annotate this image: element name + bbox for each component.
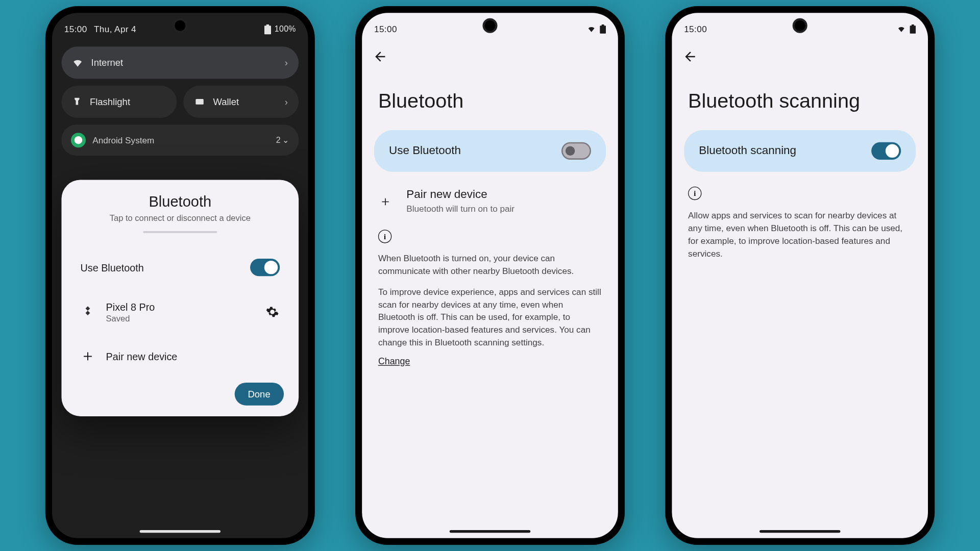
change-link[interactable]: Change	[362, 354, 618, 369]
back-button[interactable]	[683, 49, 699, 65]
bluetooth-bottom-sheet: Bluetooth Tap to connect or disconnect a…	[61, 180, 299, 416]
svg-point-1	[75, 136, 82, 144]
notification-app-name: Android System	[92, 135, 154, 145]
bluetooth-scanning-label: Bluetooth scanning	[699, 144, 871, 158]
status-time: 15:00	[684, 24, 707, 34]
phone-quick-settings: 15:00 Thu, Apr 4 100% Internet › Flashli…	[45, 6, 315, 545]
pair-new-device-label: Pair new device	[106, 350, 280, 362]
use-bluetooth-toggle[interactable]	[250, 259, 280, 276]
use-bluetooth-label: Use Bluetooth	[80, 262, 239, 273]
gesture-bar[interactable]	[760, 530, 840, 533]
pair-new-device-row[interactable]: Pair new device	[77, 334, 284, 379]
status-time: 15:00	[374, 24, 397, 34]
gesture-bar[interactable]	[140, 530, 220, 533]
info-section: i	[362, 224, 618, 249]
phone-bluetooth-scanning: 15:00 Bluetooth scanning Bluetooth scann…	[665, 6, 935, 545]
android-icon	[71, 133, 86, 147]
camera-cutout	[793, 18, 807, 33]
svg-rect-0	[195, 99, 203, 105]
battery-icon	[264, 24, 271, 34]
sheet-subtitle: Tap to connect or disconnect a device	[77, 214, 284, 223]
flashlight-icon	[72, 96, 82, 107]
page-title: Bluetooth scanning	[672, 75, 928, 130]
notification-android-system[interactable]: Android System 2⌄	[61, 124, 299, 156]
plus-icon: ＋	[378, 192, 393, 210]
use-bluetooth-label: Use Bluetooth	[389, 144, 561, 158]
device-status: Saved	[106, 314, 254, 323]
status-time: 15:00	[64, 24, 87, 34]
info-section: i	[672, 181, 928, 206]
qs-tile-label: Internet	[91, 57, 124, 68]
info-paragraph-1: When Bluetooth is turned on, your device…	[362, 248, 618, 282]
sheet-grabber[interactable]	[143, 231, 217, 233]
bluetooth-scanning-toggle[interactable]	[871, 142, 901, 160]
battery-text: 100%	[275, 24, 296, 34]
plus-icon	[80, 349, 95, 364]
wifi-icon	[72, 57, 83, 68]
use-bluetooth-row[interactable]: Use Bluetooth	[77, 245, 284, 290]
chevron-right-icon: ›	[285, 96, 288, 107]
pair-subtitle: Bluetooth will turn on to pair	[406, 204, 514, 214]
pair-new-device-item[interactable]: ＋ Pair new device Bluetooth will turn on…	[362, 177, 618, 224]
status-date: Thu, Apr 4	[94, 24, 136, 34]
qs-tile-flashlight[interactable]: Flashlight	[61, 86, 177, 118]
qs-tile-label: Flashlight	[90, 96, 130, 107]
done-button[interactable]: Done	[234, 383, 284, 406]
info-icon: i	[688, 187, 701, 200]
battery-icon	[600, 24, 606, 34]
device-icon	[80, 305, 95, 319]
battery-icon	[910, 24, 916, 34]
use-bluetooth-card[interactable]: Use Bluetooth	[374, 130, 606, 172]
use-bluetooth-toggle[interactable]	[561, 142, 591, 160]
notification-count: 2	[276, 135, 281, 144]
wallet-icon	[194, 97, 205, 106]
pair-title: Pair new device	[406, 188, 514, 201]
qs-tile-wallet[interactable]: Wallet ›	[183, 86, 299, 118]
camera-cutout	[173, 18, 187, 33]
info-paragraph: Allow apps and services to scan for near…	[672, 206, 928, 264]
wifi-icon	[586, 25, 597, 33]
info-paragraph-2: To improve device experience, apps and s…	[362, 282, 618, 354]
gesture-bar[interactable]	[450, 530, 530, 533]
gear-icon[interactable]	[265, 305, 280, 319]
device-name: Pixel 8 Pro	[106, 301, 254, 312]
qs-tile-internet[interactable]: Internet ›	[61, 46, 299, 79]
wifi-icon	[896, 25, 906, 33]
page-title: Bluetooth	[362, 75, 618, 130]
device-row-pixel8pro[interactable]: Pixel 8 Pro Saved	[77, 290, 284, 334]
chevron-down-icon: ⌄	[282, 135, 289, 144]
sheet-title: Bluetooth	[77, 193, 284, 211]
phone-bluetooth-settings: 15:00 Bluetooth Use Bluetooth ＋ Pair new…	[355, 6, 625, 545]
info-icon: i	[378, 230, 391, 243]
qs-tile-label: Wallet	[213, 96, 239, 107]
camera-cutout	[482, 18, 497, 33]
back-button[interactable]	[373, 49, 389, 65]
chevron-right-icon: ›	[285, 57, 288, 68]
bluetooth-scanning-card[interactable]: Bluetooth scanning	[684, 130, 916, 172]
